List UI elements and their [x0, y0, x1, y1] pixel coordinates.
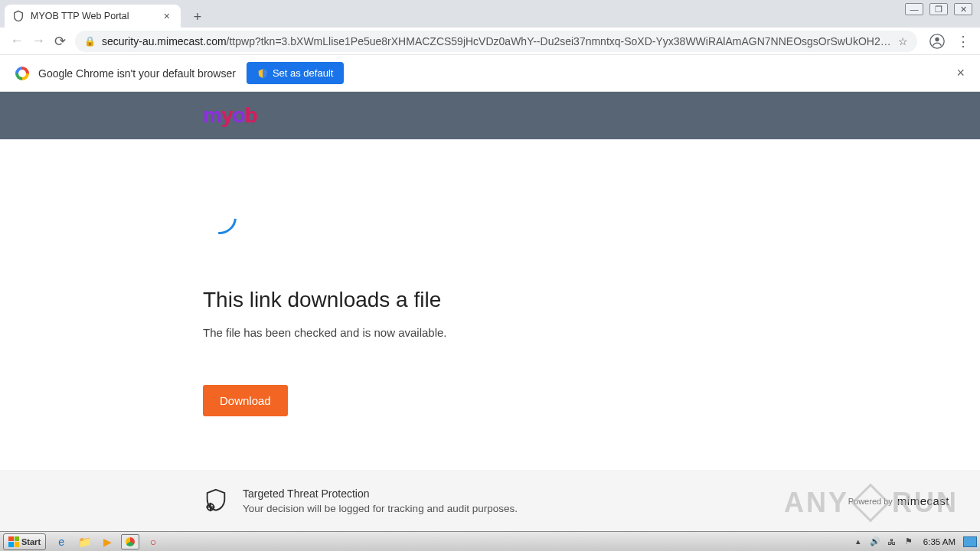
- default-browser-infobar: Google Chrome isn't your default browser…: [0, 55, 980, 92]
- windows-taskbar: Start e 📁 ▶ ○ ▴ 🔊 🖧 ⚑ 6:35 AM: [0, 531, 980, 551]
- profile-avatar-icon[interactable]: [926, 31, 948, 52]
- tray-clock[interactable]: 6:35 AM: [919, 535, 960, 549]
- taskbar-media-icon[interactable]: ▶: [98, 534, 116, 549]
- window-maximize-icon[interactable]: ❐: [929, 3, 948, 15]
- window-minimize-icon[interactable]: —: [905, 3, 923, 15]
- taskbar-ie-icon[interactable]: e: [52, 534, 70, 549]
- browser-tabstrip: MYOB TTP Web Portal × + — ❐ ✕: [0, 0, 980, 28]
- window-close-icon[interactable]: ✕: [954, 3, 972, 15]
- tray-network-icon[interactable]: 🖧: [885, 535, 899, 549]
- page-subtext: The file has been checked and is now ava…: [203, 326, 980, 339]
- url-text: security-au.mimecast.com/ttpwp?tkn=3.bXW…: [102, 35, 892, 47]
- site-header: myob: [0, 92, 980, 139]
- footer-title: Targeted Threat Protection: [243, 487, 518, 500]
- start-button[interactable]: Start: [3, 533, 46, 550]
- browser-toolbar: ← → ⟳ 🔒 security-au.mimecast.com/ttpwp?t…: [0, 28, 980, 55]
- tab-favicon-icon: [12, 10, 24, 22]
- nav-reload-button[interactable]: ⟳: [49, 31, 70, 52]
- page-body: myob This link downloads a file The file…: [0, 92, 980, 531]
- myob-logo: myob: [203, 103, 257, 127]
- new-tab-button[interactable]: +: [187, 6, 208, 28]
- bookmark-star-icon[interactable]: ☆: [898, 35, 908, 47]
- taskbar-opera-icon[interactable]: ○: [144, 534, 162, 549]
- nav-forward-button[interactable]: →: [28, 31, 49, 52]
- infobar-close-icon[interactable]: ×: [956, 65, 965, 81]
- windows-logo-icon: [8, 536, 19, 547]
- infobar-message: Google Chrome isn't your default browser: [38, 67, 236, 80]
- shield-target-icon: [203, 487, 229, 514]
- set-default-button[interactable]: Set as default: [247, 62, 345, 84]
- address-bar[interactable]: 🔒 security-au.mimecast.com/ttpwp?tkn=3.b…: [75, 31, 917, 52]
- nav-back-button[interactable]: ←: [6, 31, 28, 52]
- taskbar-chrome-icon[interactable]: [121, 534, 139, 549]
- show-desktop-button[interactable]: [963, 536, 977, 547]
- tray-volume-icon[interactable]: 🔊: [868, 535, 882, 549]
- powered-by: Powered by mimecast: [848, 494, 949, 507]
- site-footer: Targeted Threat Protection Your decision…: [0, 470, 980, 531]
- tray-flag-icon[interactable]: ⚑: [902, 535, 916, 549]
- footer-note: Your decision will be logged for trackin…: [243, 503, 518, 514]
- tab-title: MYOB TTP Web Portal: [31, 11, 129, 21]
- tray-expand-icon[interactable]: ▴: [851, 535, 865, 549]
- chrome-menu-icon[interactable]: ⋮: [952, 31, 974, 52]
- loading-spinner-icon: [196, 194, 243, 241]
- chrome-logo-icon: [15, 67, 29, 80]
- uac-shield-icon: [257, 68, 268, 79]
- lock-icon: 🔒: [84, 36, 96, 47]
- download-button[interactable]: Download: [203, 385, 288, 416]
- svg-point-1: [935, 37, 939, 41]
- mimecast-logo: mimecast: [897, 494, 949, 507]
- browser-tab-active[interactable]: MYOB TTP Web Portal ×: [5, 5, 181, 28]
- tab-close-icon[interactable]: ×: [161, 10, 173, 22]
- taskbar-explorer-icon[interactable]: 📁: [75, 534, 93, 549]
- page-heading: This link downloads a file: [203, 288, 980, 312]
